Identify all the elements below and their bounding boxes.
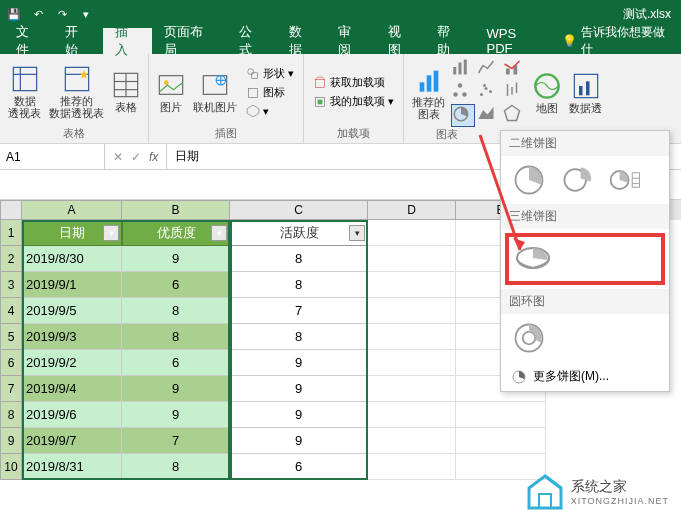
bar-chart-icon[interactable]	[451, 58, 475, 79]
cell-d1[interactable]	[368, 220, 456, 246]
filter-icon[interactable]: ▾	[211, 225, 227, 241]
cell-b7[interactable]: 9	[122, 376, 230, 402]
cell-a7[interactable]: 2019/9/4	[22, 376, 122, 402]
combo-chart-icon[interactable]	[503, 58, 527, 79]
pie-bar-option[interactable]	[605, 162, 645, 198]
tab-help[interactable]: 帮助	[425, 28, 474, 54]
redo-icon[interactable]: ↷	[52, 8, 72, 21]
cell-e8[interactable]	[456, 402, 546, 428]
cell-b10[interactable]: 8	[122, 454, 230, 480]
enter-icon[interactable]: ✓	[131, 150, 141, 164]
filter-icon[interactable]: ▾	[349, 225, 365, 241]
cell-b6[interactable]: 6	[122, 350, 230, 376]
cell-c8[interactable]: 9	[230, 402, 368, 428]
row-header-2[interactable]: 2	[0, 246, 22, 272]
select-all-corner[interactable]	[0, 200, 22, 220]
get-addins-button[interactable]: 获取加载项	[310, 74, 397, 91]
tab-formula[interactable]: 公式	[227, 28, 276, 54]
cell-b3[interactable]: 6	[122, 272, 230, 298]
cell-d2[interactable]	[368, 246, 456, 272]
cell-d6[interactable]	[368, 350, 456, 376]
cell-a1[interactable]: 日期▾	[22, 220, 122, 246]
cell-c2[interactable]: 8	[230, 246, 368, 272]
pie-chart-icon[interactable]	[451, 104, 475, 127]
col-header-d[interactable]: D	[368, 200, 456, 220]
icons-button[interactable]: 图标	[243, 84, 297, 101]
tab-data[interactable]: 数据	[277, 28, 326, 54]
pivot-table-button[interactable]: 数据 透视表	[6, 63, 43, 121]
map-button[interactable]: 地图	[531, 70, 563, 116]
col-header-c[interactable]: C	[230, 200, 368, 220]
cell-d8[interactable]	[368, 402, 456, 428]
cell-c5[interactable]: 8	[230, 324, 368, 350]
cell-b8[interactable]: 9	[122, 402, 230, 428]
row-header-10[interactable]: 10	[0, 454, 22, 480]
col-header-a[interactable]: A	[22, 200, 122, 220]
recommended-charts-button[interactable]: 推荐的 图表	[410, 64, 447, 122]
area-chart-icon[interactable]	[477, 104, 501, 127]
cell-d3[interactable]	[368, 272, 456, 298]
name-box[interactable]: A1	[0, 144, 105, 169]
cancel-icon[interactable]: ✕	[113, 150, 123, 164]
cell-c3[interactable]: 8	[230, 272, 368, 298]
tab-file[interactable]: 文件	[4, 28, 53, 54]
pie-exploded-option[interactable]	[557, 162, 597, 198]
cell-d10[interactable]	[368, 454, 456, 480]
tab-insert[interactable]: 插入	[103, 28, 152, 54]
cell-c4[interactable]: 7	[230, 298, 368, 324]
cell-d7[interactable]	[368, 376, 456, 402]
more-pie-charts-button[interactable]: 更多饼图(M)...	[501, 362, 669, 391]
tell-me-search[interactable]: 💡 告诉我你想要做什	[556, 28, 681, 54]
row-header-3[interactable]: 3	[0, 272, 22, 298]
cell-c7[interactable]: 9	[230, 376, 368, 402]
cell-a3[interactable]: 2019/9/1	[22, 272, 122, 298]
tab-layout[interactable]: 页面布局	[152, 28, 227, 54]
undo-icon[interactable]: ↶	[28, 8, 48, 21]
cell-c6[interactable]: 9	[230, 350, 368, 376]
cell-a8[interactable]: 2019/9/6	[22, 402, 122, 428]
cell-b2[interactable]: 9	[122, 246, 230, 272]
row-header-6[interactable]: 6	[0, 350, 22, 376]
row-header-4[interactable]: 4	[0, 298, 22, 324]
cell-d4[interactable]	[368, 298, 456, 324]
qat-dropdown-icon[interactable]: ▾	[76, 8, 96, 21]
cell-a2[interactable]: 2019/8/30	[22, 246, 122, 272]
save-icon[interactable]: 💾	[4, 8, 24, 21]
shapes-button[interactable]: 形状 ▾	[243, 65, 297, 82]
tab-review[interactable]: 审阅	[326, 28, 375, 54]
cell-a9[interactable]: 2019/9/7	[22, 428, 122, 454]
online-picture-button[interactable]: 联机图片	[191, 69, 239, 115]
tab-home[interactable]: 开始	[53, 28, 102, 54]
cell-a4[interactable]: 2019/9/5	[22, 298, 122, 324]
fx-icon[interactable]: fx	[149, 150, 158, 164]
line-chart-icon[interactable]	[477, 58, 501, 79]
row-header-5[interactable]: 5	[0, 324, 22, 350]
radar-chart-icon[interactable]	[503, 104, 527, 127]
cell-b5[interactable]: 8	[122, 324, 230, 350]
3d-models-button[interactable]: ▾	[243, 103, 297, 119]
pivot-chart-button[interactable]: 数据透	[567, 70, 604, 116]
cell-d9[interactable]	[368, 428, 456, 454]
tab-view[interactable]: 视图	[376, 28, 425, 54]
cell-b4[interactable]: 8	[122, 298, 230, 324]
picture-button[interactable]: 图片	[155, 69, 187, 115]
cell-e9[interactable]	[456, 428, 546, 454]
scatter-chart-icon[interactable]	[477, 81, 501, 102]
cell-c10[interactable]: 6	[230, 454, 368, 480]
cell-a5[interactable]: 2019/9/3	[22, 324, 122, 350]
cell-a6[interactable]: 2019/9/2	[22, 350, 122, 376]
cell-b9[interactable]: 7	[122, 428, 230, 454]
row-header-8[interactable]: 8	[0, 402, 22, 428]
hierarchy-chart-icon[interactable]	[451, 81, 475, 102]
cell-d5[interactable]	[368, 324, 456, 350]
tab-wps-pdf[interactable]: WPS PDF	[475, 28, 557, 54]
cell-c9[interactable]: 9	[230, 428, 368, 454]
recommended-pivot-button[interactable]: 推荐的 数据透视表	[47, 63, 106, 121]
cell-a10[interactable]: 2019/8/31	[22, 454, 122, 480]
donut-option[interactable]	[509, 320, 549, 356]
cell-b1[interactable]: 优质度▾	[122, 220, 230, 246]
my-addins-button[interactable]: 我的加载项 ▾	[310, 93, 397, 110]
table-button[interactable]: 表格	[110, 69, 142, 115]
row-header-1[interactable]: 1	[0, 220, 22, 246]
stock-chart-icon[interactable]	[503, 81, 527, 102]
